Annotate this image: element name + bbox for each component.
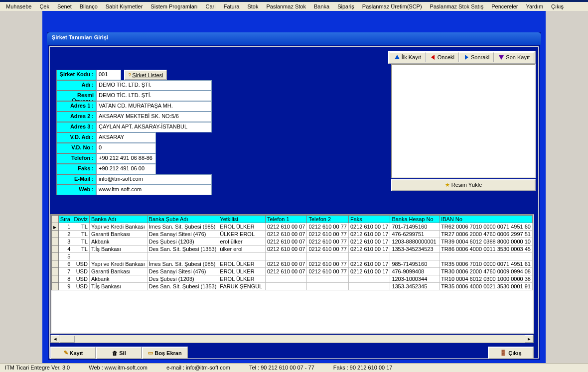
company-form: Şirket Kodu : 001 ? Şirket Listesi Adı :… — [56, 70, 212, 195]
menu-paslanmaz üretim(scp)[interactable]: Paslanmaz Üretim(SCP) — [358, 2, 426, 10]
table-row[interactable]: 6USDYapı ve Kredi Bankasıİmes San. Sit. … — [52, 260, 533, 268]
col-header[interactable]: Yetkilisi — [218, 216, 266, 223]
label-sirket-kodu: Şirket Kodu : — [56, 70, 96, 80]
nav-buttons: İlk Kayıt Önceki Sonraki Son Kayıt — [388, 51, 536, 64]
input-adres2[interactable]: AKSARAY MEKTEBİ SK. NO:5/6 — [96, 112, 212, 122]
input-web[interactable]: www.itm-soft.com — [96, 185, 212, 195]
input-email[interactable]: info@itm-soft.com — [96, 174, 212, 185]
col-header[interactable]: Telefon 2 — [307, 216, 348, 223]
menu-senet[interactable]: Senet — [53, 2, 76, 10]
input-resmi-unvani[interactable]: DEMO TİC. LTD. ŞTİ. — [96, 91, 212, 101]
col-header[interactable]: Banka Adı — [89, 216, 147, 223]
input-adres1[interactable]: VATAN CD. MURATPAŞA MH. — [96, 101, 212, 112]
menu-stok[interactable]: Stok — [243, 2, 262, 10]
input-adres3[interactable]: ÇAYLAN APT. AKSARAY-İSTANBUL — [96, 122, 212, 132]
input-vd-adi[interactable]: AKSARAY — [96, 132, 156, 143]
menu-paslanmaz stok[interactable]: Paslanmaz Stok — [262, 2, 309, 10]
menu-paslanmaz stok satış[interactable]: Paslanmaz Stok Satış — [426, 2, 488, 10]
table-row[interactable]: 8USDAkbankDes Şubesi (1203)EROL ÜLKER120… — [52, 275, 533, 283]
table-row[interactable]: 9USDT.İş BankasıDes San. Sit. Şubesi (13… — [52, 283, 533, 290]
status-email: e-mail : info@itm-soft.com — [164, 364, 232, 372]
status-bar: ITM Ticari Entegre Ver. 3.0 Web : www.it… — [0, 363, 588, 372]
col-header[interactable]: Telefon 1 — [265, 216, 306, 223]
main-menubar[interactable]: MuhasebeÇekSenetBilançoSabit KıymetlerSi… — [0, 2, 588, 11]
menu-muhasebe[interactable]: Muhasebe — [2, 2, 35, 10]
col-header[interactable]: Banka Şube Adı — [147, 216, 218, 223]
status-web: Web : www.itm-soft.com — [87, 364, 149, 372]
status-tel: Tel : 90 212 610 00 07 - 77 — [247, 364, 316, 372]
scroll-left-icon[interactable]: ◂ — [51, 335, 59, 343]
window-title: Şirket Tanımları Girişi — [47, 32, 541, 45]
table-row[interactable]: 5 — [52, 253, 533, 260]
table-row[interactable]: 1TLYapı ve Kredi Bankasıİmes San. Sit. Ş… — [52, 223, 533, 231]
menu-sistem programları[interactable]: Sistem Programları — [147, 2, 201, 10]
bank-grid[interactable]: SıraDövizBanka AdıBanka Şube AdıYetkilis… — [50, 214, 534, 334]
input-vd-no[interactable]: 0 — [96, 143, 156, 153]
delete-button[interactable]: 🗑Sil — [96, 347, 142, 359]
scroll-right-icon[interactable]: ▸ — [525, 335, 533, 343]
menu-yardım[interactable]: Yardım — [522, 2, 547, 10]
input-adi[interactable]: DEMO TİC. LTD. ŞTİ. — [96, 80, 212, 91]
col-header[interactable]: IBAN No — [440, 216, 533, 223]
last-record-button[interactable]: Son Kayıt — [494, 52, 534, 62]
col-header[interactable]: Döviz — [72, 216, 90, 223]
status-faks: Faks : 90 212 610 00 17 — [331, 364, 395, 372]
load-image-button[interactable]: ★ Resim Yükle — [391, 179, 536, 191]
table-row[interactable]: 2TLGaranti BankasıDes Sanayi Sitesi (476… — [52, 231, 533, 238]
status-version: ITM Ticari Entegre Ver. 3.0 — [3, 364, 72, 372]
table-row[interactable]: 7USDGaranti BankasıDes Sanayi Sitesi (47… — [52, 268, 533, 275]
col-header[interactable]: Sıra — [58, 216, 72, 223]
menu-çıkış[interactable]: Çıkış — [547, 2, 568, 10]
sirket-listesi-button[interactable]: ? Şirket Listesi — [124, 70, 167, 80]
col-header[interactable]: Faks — [348, 216, 390, 223]
menu-bilanço[interactable]: Bilanço — [76, 2, 102, 10]
image-preview — [391, 64, 536, 178]
table-row[interactable]: 3TLAkbankDes Şubesi (1203)erol ülker0212… — [52, 238, 533, 246]
menu-fatura[interactable]: Fatura — [220, 2, 244, 10]
input-sirket-kodu[interactable]: 001 — [96, 70, 121, 80]
menu-cari[interactable]: Cari — [202, 2, 220, 10]
table-row[interactable]: 4TLT.İş BankasıDes San. Sit. Şubesi (135… — [52, 246, 533, 253]
exit-button[interactable]: 🚪Çıkış — [488, 347, 534, 359]
menu-sabit kıymetler[interactable]: Sabit Kıymetler — [102, 2, 147, 10]
first-record-button[interactable]: İlk Kayıt — [390, 52, 426, 62]
menu-çek[interactable]: Çek — [35, 2, 53, 10]
prev-record-button[interactable]: Önceki — [426, 52, 459, 62]
menu-pencereler[interactable]: Pencereler — [487, 2, 522, 10]
menu-banka[interactable]: Banka — [310, 2, 333, 10]
menu-sipariş[interactable]: Sipariş — [333, 2, 358, 10]
save-button[interactable]: ✎Kayıt — [50, 347, 96, 359]
input-faks[interactable]: +90 212 491 06 00 — [96, 164, 156, 174]
clear-button[interactable]: ▭Boş Ekran — [142, 347, 188, 359]
grid-scrollbar[interactable]: ◂ ▸ — [50, 335, 534, 343]
input-telefon[interactable]: +90 212 491 06 88-86 — [96, 153, 156, 164]
next-record-button[interactable]: Sonraki — [459, 52, 494, 62]
col-header[interactable]: Banka Hesap No — [390, 216, 440, 223]
